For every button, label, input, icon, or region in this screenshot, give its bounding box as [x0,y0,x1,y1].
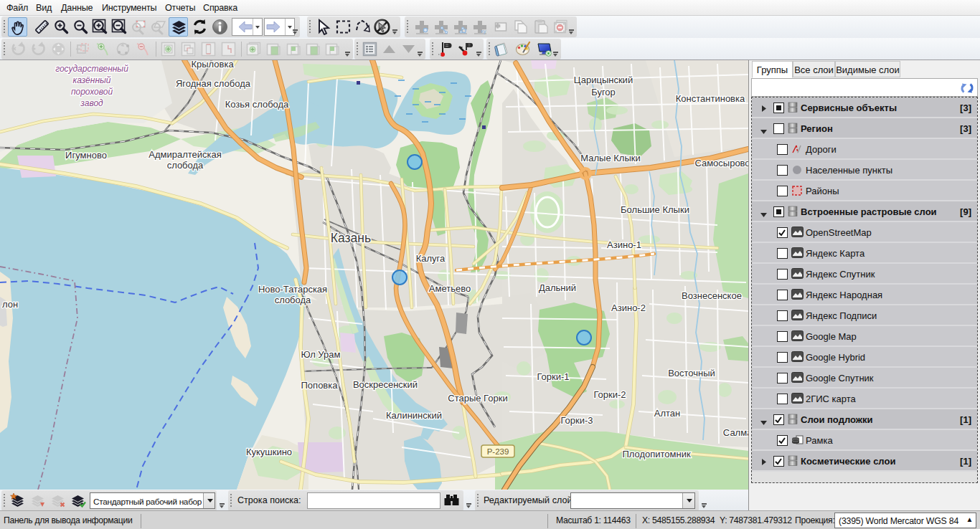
svg-text:Воскресенский: Воскресенский [353,379,418,390]
svg-text:государственный: государственный [55,64,128,74]
svg-text:лон: лон [2,299,18,310]
svg-text:Большие Клыки: Большие Клыки [621,204,689,215]
svg-text:Игумново: Игумново [65,150,107,161]
svg-text:пороховой: пороховой [71,87,113,97]
svg-text:Юл Урам: Юл Урам [301,349,341,360]
svg-text:Царицынский: Царицынский [574,75,633,85]
svg-text:слобода: слобода [167,160,204,171]
svg-text:Р-239: Р-239 [487,447,509,456]
svg-text:Ново-Татарская: Ново-Татарская [258,284,327,295]
svg-text:Константиновка: Константиновка [676,93,745,104]
svg-text:Бугор: Бугор [591,87,616,97]
svg-text:Восточный: Восточный [668,368,715,378]
svg-text:Старые Горки: Старые Горки [448,393,507,404]
svg-text:Азино-2: Азино-2 [611,302,646,313]
svg-text:Калининский: Калининский [386,410,442,421]
svg-text:Калуга: Калуга [416,253,446,264]
svg-text:Дальний: Дальний [539,282,576,293]
svg-text:xy: xy [481,28,486,34]
svg-text:казённый: казённый [72,75,110,85]
svg-text:Вознесенское: Вознесенское [682,290,742,301]
svg-text:Ягодная слобода: Ягодная слобода [176,78,251,89]
svg-text:Алтан: Алтан [654,408,680,419]
svg-text:Аметьево: Аметьево [429,283,471,294]
svg-text:Малые Клыки: Малые Клыки [580,153,640,163]
svg-text:Горки-1: Горки-1 [537,371,569,382]
svg-text:Поповка: Поповка [301,380,339,391]
svg-text:слобода: слобода [275,295,311,305]
svg-text:Казань: Казань [331,231,371,245]
svg-text:Азино-1: Азино-1 [607,239,641,250]
svg-text:завод: завод [80,98,103,108]
svg-text:Салмачи: Салмачи [723,427,748,438]
svg-text:Горки-2: Горки-2 [593,389,626,400]
svg-text:Горки-3: Горки-3 [560,415,593,426]
svg-text:Адмиралтейская: Адмиралтейская [149,149,222,160]
svg-text:Козья слобода: Козья слобода [225,99,289,110]
svg-text:Плодопитомник: Плодопитомник [622,449,691,459]
svg-text:Самосырово: Самосырово [694,158,748,168]
svg-text:Крыловка: Крыловка [191,60,234,70]
svg-text:Кукушкино: Кукушкино [246,447,292,457]
